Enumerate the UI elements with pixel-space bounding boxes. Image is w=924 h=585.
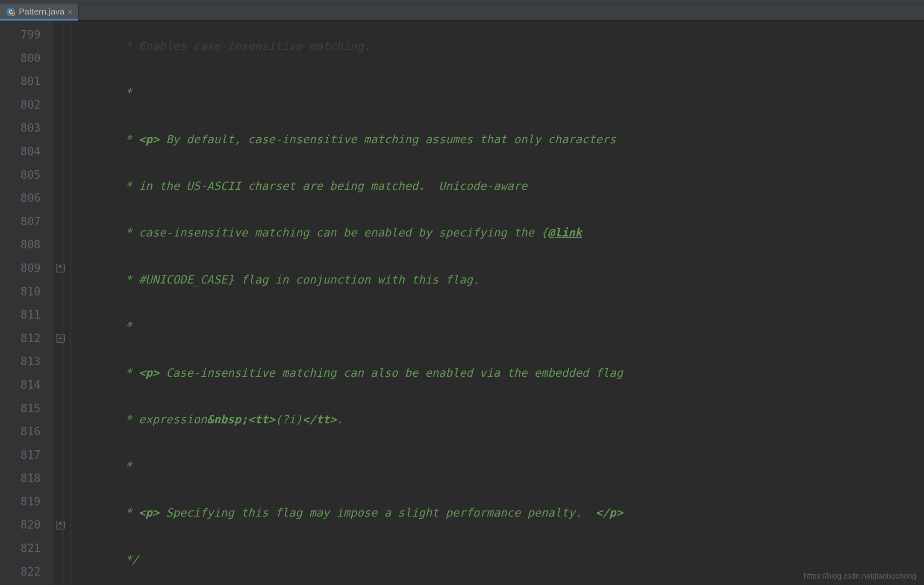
comment-text: * — [118, 459, 132, 473]
fold-guide-line — [62, 21, 62, 585]
line-number: 818 — [0, 467, 41, 490]
close-icon[interactable]: × — [68, 8, 73, 16]
fold-toggle-icon[interactable]: − — [56, 334, 65, 343]
line-number: 812 — [0, 327, 41, 350]
fold-strip: ⌃−⌃ — [53, 21, 71, 585]
tab-pattern-java[interactable]: C Pattern.java × — [0, 3, 79, 20]
indent — [71, 366, 118, 379]
line-number: 819 — [0, 490, 41, 514]
indent — [71, 133, 118, 146]
comment-text: Specifying this flag may impose a slight… — [159, 506, 595, 519]
indent — [71, 506, 118, 519]
line-number: 803 — [0, 116, 41, 140]
indent — [71, 39, 118, 53]
comment-text: * — [118, 319, 132, 333]
line-number: 809 — [0, 257, 41, 280]
indent — [71, 86, 118, 99]
comment-text: * — [118, 506, 139, 519]
line-number: 807 — [0, 210, 41, 233]
line-number: 820 — [0, 513, 41, 537]
line-number: 799 — [0, 23, 41, 47]
line-number: 813 — [0, 350, 41, 373]
line-number: 816 — [0, 420, 41, 443]
fold-toggle-icon[interactable]: ⌃ — [56, 264, 65, 272]
comment-text: */ — [118, 553, 139, 566]
comment-text: * — [118, 86, 132, 99]
doc-tag: </tt> — [303, 413, 337, 426]
doc-entity: &nbsp; — [207, 413, 248, 426]
indent — [71, 319, 118, 333]
comment-text: (?i) — [275, 413, 303, 426]
doc-link: @link — [548, 226, 582, 239]
line-number: 811 — [0, 303, 41, 327]
line-number: 800 — [0, 47, 41, 70]
line-number: 821 — [0, 537, 41, 560]
line-number: 802 — [0, 93, 41, 117]
indent — [71, 179, 118, 192]
java-class-icon: C — [6, 7, 15, 17]
line-number: 814 — [0, 373, 41, 397]
line-number-gutter: 7998008018028038048058068078088098108118… — [0, 21, 53, 585]
fold-toggle-icon[interactable]: ⌃ — [56, 521, 65, 529]
comment-text: * in the US-ASCII charset are being matc… — [118, 179, 527, 192]
doc-tag: <tt> — [248, 413, 275, 426]
line-number: 817 — [0, 443, 41, 467]
tab-filename: Pattern.java — [19, 7, 65, 17]
line-number: 804 — [0, 140, 41, 163]
line-number: 806 — [0, 186, 41, 210]
line-number: 815 — [0, 397, 41, 420]
code-editor[interactable]: 7998008018028038048058068078088098108118… — [0, 21, 924, 585]
editor-tab-strip: C Pattern.java × — [0, 3, 924, 21]
indent — [71, 273, 118, 286]
svg-rect-3 — [13, 13, 14, 15]
indent — [71, 226, 118, 239]
comment-text: . — [336, 413, 343, 426]
comment-text: * case-insensitive matching can be enabl… — [118, 226, 548, 239]
comment-text: * Enables case-insensitive matching. — [118, 39, 371, 53]
comment-text: * expression — [118, 413, 207, 426]
comment-text: * — [118, 366, 139, 379]
doc-tag: <p> — [139, 133, 159, 146]
doc-tag: <p> — [139, 506, 159, 519]
line-number: 805 — [0, 163, 41, 187]
indent — [71, 459, 118, 473]
code-area[interactable]: * Enables case-insensitive matching. * *… — [71, 21, 924, 585]
watermark-text: https://blog.csdn.net/jiaobuchong — [804, 572, 916, 581]
comment-text: Case-insensitive matching can also be en… — [159, 366, 623, 379]
line-number: 808 — [0, 233, 41, 257]
comment-text: By default, case-insensitive matching as… — [159, 133, 616, 146]
line-number: 810 — [0, 280, 41, 304]
comment-text: * — [118, 133, 139, 146]
indent — [71, 413, 118, 426]
doc-tag: <p> — [139, 366, 159, 379]
window-title-bar — [0, 0, 924, 3]
indent — [71, 553, 118, 566]
doc-tag: </p> — [596, 506, 623, 519]
comment-text: * #UNICODE_CASE} flag in conjunction wit… — [118, 273, 480, 286]
line-number: 801 — [0, 70, 41, 93]
line-number: 822 — [0, 560, 41, 584]
